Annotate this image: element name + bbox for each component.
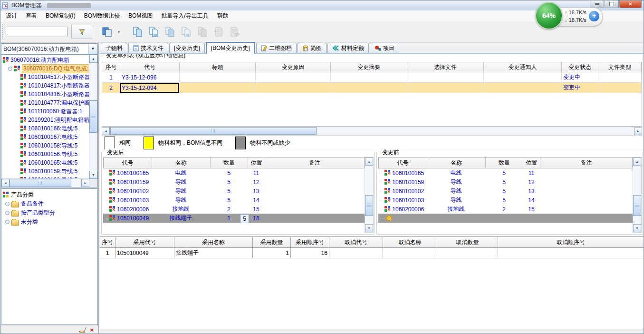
tree-item[interactable]: 1060100166:电线:5 bbox=[2, 124, 89, 133]
col-notifier[interactable]: 变更通知人 bbox=[484, 62, 562, 72]
tree-horizontal-scrollbar[interactable]: ◄ ► bbox=[1, 178, 89, 187]
col-cancel-order[interactable]: 取消顺序号 bbox=[498, 237, 644, 247]
tree-item[interactable]: 1060100167:电线:5 bbox=[2, 133, 89, 141]
material-row[interactable]: 1060200006 接地线 2 15 bbox=[378, 205, 633, 214]
menu-import-export[interactable]: 批量导入/导出工具 bbox=[157, 10, 212, 21]
col-adopt-name[interactable]: 采用名称 bbox=[174, 237, 253, 247]
expand-handle-icon[interactable] bbox=[5, 211, 10, 215]
menu-view[interactable]: 查看 bbox=[21, 10, 41, 21]
tab-material-quota[interactable]: 材料定额 bbox=[327, 43, 369, 53]
col-remark[interactable]: 备注 bbox=[540, 157, 633, 168]
remove-doc-button-disabled[interactable] bbox=[228, 25, 241, 39]
category-item-by-type[interactable]: 按产品类型分 bbox=[1, 208, 97, 217]
tree-item[interactable]: 1010104777:漏电保护断 bbox=[2, 98, 89, 107]
col-cancel-qty[interactable]: 取消数量 bbox=[437, 237, 498, 247]
restore-button[interactable] bbox=[605, 0, 619, 8]
tab-2d-drawings[interactable]: 二维图档 bbox=[256, 43, 297, 53]
col-file[interactable]: 选择文件 bbox=[407, 62, 484, 72]
tree-item[interactable]: 1060100159:导线:5 bbox=[2, 167, 89, 176]
scroll-up-icon[interactable]: ▲ bbox=[89, 55, 97, 63]
col-name[interactable]: 名称 bbox=[427, 157, 486, 168]
import-doc-button-disabled[interactable] bbox=[212, 25, 225, 39]
scrollbar-thumb[interactable] bbox=[110, 127, 317, 135]
tree-item[interactable]: 1011100060:避雷器:1 bbox=[2, 107, 89, 116]
menu-design[interactable]: 设计 bbox=[1, 10, 21, 21]
col-pos[interactable]: 位置 bbox=[523, 157, 540, 168]
tab-sub-materials[interactable]: 子物料 bbox=[101, 43, 127, 53]
col-adopt-code[interactable]: 采用代号 bbox=[115, 237, 174, 247]
col-qty[interactable]: 数量 bbox=[486, 157, 523, 168]
close-button[interactable]: × bbox=[619, 0, 642, 8]
col-adopt-order[interactable]: 采用顺序号 bbox=[291, 237, 329, 247]
col-title[interactable]: 标题 bbox=[180, 62, 256, 72]
expand-handle-icon[interactable] bbox=[8, 67, 12, 71]
scroll-down-icon[interactable]: ▼ bbox=[633, 224, 641, 232]
expand-handle-icon[interactable] bbox=[5, 220, 10, 224]
tree-vertical-scrollbar[interactable]: ▲ ▼ bbox=[89, 55, 97, 179]
material-row[interactable]: 1060100165 电线 5 11 bbox=[378, 168, 633, 177]
tree-item[interactable]: 1060100156:导线:5 bbox=[2, 150, 89, 158]
col-name[interactable]: 名称 bbox=[152, 157, 211, 168]
scroll-left-icon[interactable]: ◄ bbox=[102, 127, 110, 135]
scroll-up-icon[interactable]: ▲ bbox=[633, 157, 641, 166]
col-summary[interactable]: 变更摘要 bbox=[331, 62, 407, 72]
copy-button-3[interactable] bbox=[163, 25, 177, 39]
scroll-left-icon[interactable]: ◄ bbox=[1, 179, 10, 187]
menu-bom-compare[interactable]: BOM数据比较 bbox=[80, 10, 124, 21]
col-status[interactable]: 变更状态 bbox=[562, 62, 598, 72]
tree-item[interactable]: 1060100165:电线:5 bbox=[2, 158, 89, 167]
col-code[interactable]: 代号 bbox=[120, 62, 180, 72]
material-row[interactable]: 1060100103 导线 5 14 bbox=[378, 196, 633, 205]
copy-button-1[interactable] bbox=[131, 25, 144, 39]
speed-plus-button[interactable]: + bbox=[589, 11, 599, 21]
toolbar-grip[interactable] bbox=[1, 24, 4, 40]
menu-bom-copy[interactable]: BOM复制(I) bbox=[41, 10, 80, 21]
tree-item[interactable]: 1010104816:小型断路器 bbox=[2, 90, 89, 98]
speed-percent-badge[interactable]: 64% bbox=[535, 2, 563, 29]
col-seq[interactable]: 序号 bbox=[100, 237, 115, 247]
col-qty[interactable]: 数量 bbox=[211, 157, 248, 168]
tree-item[interactable]: 1010104517:小型断路器 bbox=[2, 73, 89, 81]
col-pos[interactable]: 位置 bbox=[248, 157, 265, 168]
tab-sketch[interactable]: 简图 bbox=[298, 43, 327, 53]
col-reason[interactable]: 变更原因 bbox=[256, 62, 331, 72]
scrollbar-thumb[interactable] bbox=[365, 195, 373, 216]
copy-button-4[interactable] bbox=[180, 25, 193, 39]
category-item-unclassified[interactable]: 未分类 bbox=[1, 217, 97, 226]
material-row[interactable]: 1060100159 导线 5 12 bbox=[103, 177, 365, 187]
scroll-up-icon[interactable]: ▲ bbox=[365, 157, 373, 166]
col-remark[interactable]: 备注 bbox=[265, 157, 365, 168]
tab-project[interactable]: 项目 bbox=[370, 43, 399, 53]
close-panel-icon[interactable]: × bbox=[90, 327, 94, 333]
material-row-selected[interactable]: 1050100049 接线端子 1 16 5 bbox=[103, 214, 365, 223]
col-cancel-code[interactable]: 取消代号 bbox=[329, 237, 383, 247]
detail-row[interactable]: 1 1050100049 接线端子 1 16 bbox=[100, 248, 644, 258]
material-row[interactable]: 1060100102 导线 5 13 bbox=[103, 187, 365, 196]
col-adopt-qty[interactable]: 采用数量 bbox=[253, 237, 291, 247]
paste-button-disabled[interactable] bbox=[196, 25, 209, 39]
material-row[interactable]: 1060200006 接地线 2 15 bbox=[103, 205, 365, 214]
scrollbar-thumb[interactable] bbox=[10, 179, 71, 187]
tree-item-root[interactable]: 306070016:动力配电箱 bbox=[2, 56, 89, 64]
before-vertical-scrollbar[interactable]: ▲ ▼ bbox=[633, 157, 642, 233]
col-code[interactable]: 代号 bbox=[104, 157, 152, 168]
missing-material-row[interactable] bbox=[378, 214, 633, 223]
scroll-down-icon[interactable]: ▼ bbox=[89, 171, 97, 179]
tab-change-history[interactable]: [变更历史] bbox=[169, 43, 205, 53]
col-cancel-name[interactable]: 取消名称 bbox=[383, 237, 437, 247]
change-list-horizontal-scrollbar[interactable]: ◄ ► bbox=[102, 127, 642, 135]
material-row[interactable]: 1060100159 导线 5 12 bbox=[378, 177, 633, 187]
tab-tech-files[interactable]: 技术文件 bbox=[128, 43, 168, 53]
copy-button-2[interactable] bbox=[147, 25, 161, 39]
col-filetype[interactable]: 文件类型 bbox=[598, 62, 642, 72]
combo-dropdown-button[interactable]: ▼ bbox=[88, 44, 97, 54]
scroll-down-icon[interactable]: ▼ bbox=[365, 224, 373, 232]
category-item-spares[interactable]: 备品备件 bbox=[1, 199, 97, 208]
quantity-editor[interactable]: 5 bbox=[240, 214, 249, 223]
chevron-down-icon[interactable]: ▼ bbox=[117, 30, 121, 34]
bom-copy-tool-button[interactable] bbox=[101, 25, 114, 39]
scrollbar-thumb[interactable] bbox=[633, 195, 641, 216]
scrollbar-thumb[interactable] bbox=[89, 100, 97, 133]
tree-item-selected[interactable]: 306070016-DQ:电气总成:1 bbox=[2, 64, 89, 73]
scroll-right-icon[interactable]: ► bbox=[81, 179, 89, 187]
